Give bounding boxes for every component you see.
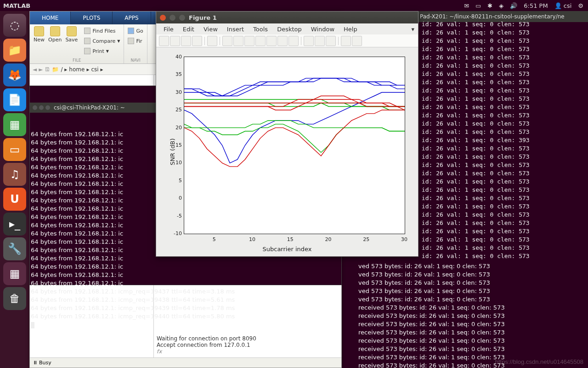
menu-desktop[interactable]: Desktop xyxy=(273,25,305,34)
menu-file[interactable]: File xyxy=(160,25,177,34)
tool-datatip-icon[interactable] xyxy=(266,36,277,46)
figure-menubar: File Edit View Insert Tools Desktop Wind… xyxy=(156,23,418,34)
plot-lines xyxy=(184,57,405,234)
settings-icon[interactable]: 🔧 xyxy=(3,237,26,260)
print-button[interactable]: Print▼ xyxy=(84,46,120,56)
indicator-area: ✉ ▭ ✱ ◈ 🔊 6:51 PM 👤 csi ⚙ xyxy=(464,2,588,9)
tab-home[interactable]: HOME xyxy=(30,12,71,24)
figure-title: Figure 1 xyxy=(189,14,217,21)
tool-new-icon[interactable] xyxy=(159,36,169,46)
nav-forward-icon[interactable]: ► xyxy=(39,66,43,73)
terminal-title: csi@csi-ThinkPad-X201: ~ xyxy=(54,104,125,112)
close-icon[interactable] xyxy=(160,15,166,21)
tool-rotate-icon[interactable] xyxy=(255,36,266,46)
minimize-icon[interactable] xyxy=(39,105,44,110)
music-icon[interactable]: ♫ xyxy=(3,163,26,186)
tool-pointer-icon[interactable] xyxy=(207,36,217,46)
tool-legend-icon[interactable] xyxy=(315,36,325,46)
network-icon[interactable]: ◈ xyxy=(499,2,503,9)
user-menu[interactable]: 👤 csi xyxy=(554,2,572,9)
tool-zoomout-icon[interactable] xyxy=(233,36,243,46)
tab-apps[interactable]: APPS xyxy=(113,12,151,24)
menu-help[interactable]: Help xyxy=(340,25,361,34)
workspace-switcher-icon[interactable]: ▦ xyxy=(3,262,26,285)
sound-icon[interactable]: 🔊 xyxy=(510,2,517,9)
watermark: https://blog.csdn.net/u014645508 xyxy=(495,358,583,365)
trash-icon[interactable]: 🗑 xyxy=(3,287,26,310)
path-sep: / ▸ xyxy=(61,66,67,73)
tool-plottools-icon[interactable] xyxy=(326,36,336,46)
firefox-icon[interactable]: 🦊 xyxy=(3,63,26,86)
mail-icon[interactable]: ✉ xyxy=(464,2,469,9)
terminal-icon[interactable]: ▸_ xyxy=(3,213,26,236)
tool-colorbar-icon[interactable] xyxy=(304,36,314,46)
maximize-icon[interactable] xyxy=(179,15,185,21)
writer-icon[interactable]: 📄 xyxy=(3,88,26,111)
calc-icon[interactable]: ▦ xyxy=(3,113,26,136)
terminal-output: id: 26 val: 1 seq: 0 clen: 573 id: 26 va… xyxy=(418,11,588,260)
figure-toolbar xyxy=(156,34,418,47)
menu-window[interactable]: Window xyxy=(307,25,338,34)
tool-show-icon[interactable] xyxy=(352,36,362,46)
ribbon-group-navigate: Go Fir NAVI xyxy=(124,24,147,63)
menu-overflow-icon[interactable]: ▾ xyxy=(411,26,414,33)
axes[interactable] xyxy=(184,57,405,234)
go-button[interactable]: Go xyxy=(128,26,143,35)
battery-icon[interactable]: ▭ xyxy=(475,2,481,9)
menu-insert[interactable]: Insert xyxy=(223,25,248,34)
tab-plots[interactable]: PLOTS xyxy=(71,12,113,24)
tool-link-icon[interactable] xyxy=(288,36,299,46)
tool-print-icon[interactable] xyxy=(192,36,202,46)
find-files-button[interactable]: Find Files xyxy=(84,26,120,35)
gear-icon[interactable]: ⚙ xyxy=(578,2,583,9)
compare-button[interactable]: Compare▼ xyxy=(84,36,120,46)
unity-launcher: ◌ 📁 🦊 📄 ▦ ▭ ♫ U ▸_ ▲ 🔧 ▦ 🗑 xyxy=(0,11,29,368)
plot-area: SNR (dB) Subcarrier index -10-5051015202… xyxy=(156,47,418,256)
status-bar: ⏸ Busy xyxy=(30,357,341,368)
menu-edit[interactable]: Edit xyxy=(179,25,198,34)
impress-icon[interactable]: ▭ xyxy=(3,138,26,161)
tool-open-icon[interactable] xyxy=(170,36,180,46)
figure-titlebar[interactable]: Figure 1 xyxy=(156,12,418,23)
dash-icon[interactable]: ◌ xyxy=(3,14,26,37)
ribbon-group-file: New Open Save Find Files Compare▼ Print▼… xyxy=(30,24,124,63)
nav-back-icon[interactable]: ◄ xyxy=(33,66,37,73)
app-title: MATLAB xyxy=(0,2,30,9)
group-label-file: FILE xyxy=(34,58,120,63)
path-home[interactable]: home xyxy=(69,66,85,73)
group-label-nav: NAVI xyxy=(128,58,143,63)
tool-save-icon[interactable] xyxy=(181,36,191,46)
ubuntu-top-panel: MATLAB ✉ ▭ ✱ ◈ 🔊 6:51 PM 👤 csi ⚙ xyxy=(0,0,588,11)
tool-brush-icon[interactable] xyxy=(277,36,288,46)
ubuntu-software-icon[interactable]: U xyxy=(3,188,26,211)
find-button[interactable]: Fir xyxy=(128,36,143,46)
status-text: Busy xyxy=(39,360,51,366)
new-button[interactable]: New xyxy=(34,26,45,56)
maximize-icon[interactable] xyxy=(45,105,50,110)
fx-prompt: fx xyxy=(157,348,339,355)
bluetooth-icon[interactable]: ✱ xyxy=(487,2,492,9)
tool-pan-icon[interactable] xyxy=(244,36,254,46)
menu-tools[interactable]: Tools xyxy=(249,25,271,34)
minimize-icon[interactable] xyxy=(170,15,175,21)
folder-icon: 📁 xyxy=(52,66,59,73)
path-csi[interactable]: csi xyxy=(91,66,98,73)
tool-hide-icon[interactable] xyxy=(341,36,351,46)
close-icon[interactable] xyxy=(33,105,37,110)
busy-icon: ⏸ xyxy=(33,360,39,366)
nav-up-icon[interactable]: 🖻 xyxy=(45,66,50,73)
open-button[interactable]: Open xyxy=(48,26,62,56)
clock[interactable]: 6:51 PM xyxy=(524,2,548,9)
save-button[interactable]: Save xyxy=(65,26,78,56)
cmd-line: Accept connection from 127.0.0.1 xyxy=(157,342,339,348)
files-icon[interactable]: 📁 xyxy=(3,39,26,62)
x-axis-label: Subcarrier index xyxy=(263,246,312,253)
menu-view[interactable]: View xyxy=(200,25,221,34)
figure-window: Figure 1 File Edit View Insert Tools Des… xyxy=(156,11,418,257)
tool-zoomin-icon[interactable] xyxy=(222,36,232,46)
